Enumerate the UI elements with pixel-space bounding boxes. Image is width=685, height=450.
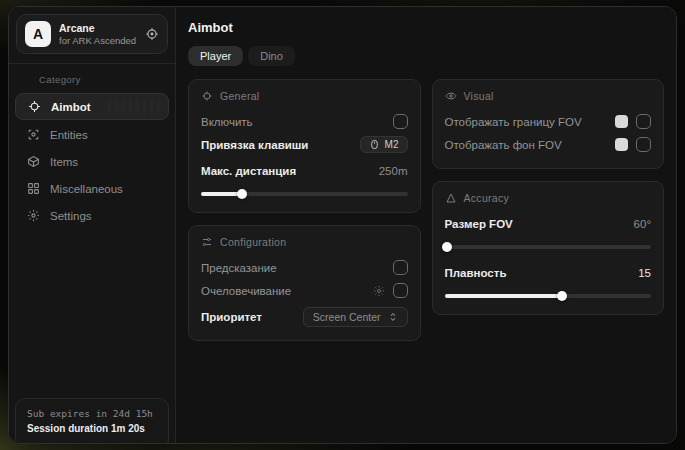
fov-background-color-swatch[interactable]	[615, 138, 628, 151]
general-card-icon	[201, 90, 213, 102]
slider-thumb[interactable]	[442, 242, 452, 252]
grid-icon	[27, 182, 41, 195]
configuration-card: Configuration Предсказание Очеловечивани…	[188, 225, 421, 341]
general-card: General Включить Привязка клавиши	[188, 79, 421, 213]
fov-border-color-swatch[interactable]	[615, 115, 628, 128]
accuracy-card-title: Accuracy	[464, 192, 510, 204]
tab-dino[interactable]: Dino	[248, 46, 295, 66]
sidebar-item-aimbot[interactable]: Aimbot	[15, 93, 169, 120]
configuration-card-title: Configuration	[220, 236, 286, 248]
app-logo: A	[25, 21, 51, 47]
sidebar-item-miscellaneous[interactable]: Miscellaneous	[15, 176, 169, 201]
priority-value: Screen Center	[313, 311, 381, 323]
fov-border-checkbox[interactable]	[636, 114, 651, 129]
category-label: Category	[9, 72, 175, 93]
sidebar-divider	[9, 63, 175, 64]
smoothness-value: 15	[638, 267, 651, 279]
sidebar-item-label: Miscellaneous	[50, 183, 123, 195]
fov-background-label: Отображать фон FOV	[445, 139, 562, 151]
sidebar-item-settings[interactable]: Settings	[15, 203, 169, 228]
humanize-settings-gear-icon[interactable]	[373, 285, 385, 297]
prediction-label: Предсказание	[201, 262, 277, 274]
keybind-value: M2	[385, 139, 399, 150]
mouse-icon	[369, 139, 380, 150]
page-title: Aimbot	[188, 20, 664, 35]
fov-size-value: 60°	[634, 218, 651, 230]
smoothness-slider[interactable]	[445, 290, 652, 302]
cheat-menu-window: A Arcane for ARK Ascended Category	[8, 6, 677, 444]
accuracy-card-icon	[445, 192, 457, 204]
sidebar: A Arcane for ARK Ascended Category	[9, 7, 176, 443]
crosshair-icon	[28, 100, 42, 113]
main-content: Aimbot Player Dino General	[176, 7, 676, 443]
sidebar-nav: Aimbot Entities Items	[9, 93, 175, 228]
max-distance-slider[interactable]	[201, 188, 408, 200]
slider-thumb[interactable]	[237, 189, 247, 199]
configuration-card-icon	[201, 236, 213, 248]
enable-checkbox[interactable]	[393, 114, 408, 129]
tab-player[interactable]: Player	[188, 46, 243, 66]
sidebar-item-label: Aimbot	[51, 101, 91, 113]
visual-card-icon	[445, 90, 457, 102]
priority-label: Приоритет	[201, 311, 262, 323]
app-name: Arcane	[59, 22, 137, 35]
humanize-checkbox[interactable]	[393, 283, 408, 298]
gear-icon	[27, 209, 41, 222]
ghost-watermark	[108, 99, 160, 114]
fov-size-label: Размер FOV	[445, 218, 513, 230]
fov-size-slider[interactable]	[445, 241, 652, 253]
humanize-label: Очеловечивание	[201, 285, 291, 297]
enable-label: Включить	[201, 116, 253, 128]
keybind-label: Привязка клавиши	[201, 139, 308, 151]
sidebar-item-label: Entities	[50, 129, 88, 141]
session-duration-text: Session duration 1m 20s	[27, 421, 157, 436]
sidebar-item-entities[interactable]: Entities	[15, 122, 169, 147]
sub-expires-text: Sub expires in 24d 15h	[27, 407, 157, 421]
priority-dropdown[interactable]: Screen Center	[303, 307, 408, 327]
tab-bar: Player Dino	[188, 46, 664, 66]
sidebar-item-items[interactable]: Items	[15, 149, 169, 174]
prediction-checkbox[interactable]	[393, 260, 408, 275]
fov-border-label: Отображать границу FOV	[445, 116, 582, 128]
smoothness-label: Плавность	[445, 267, 507, 279]
chevron-up-down-icon	[388, 312, 398, 322]
sidebar-item-label: Settings	[50, 210, 92, 222]
slider-thumb[interactable]	[557, 291, 567, 301]
box-icon	[27, 155, 41, 168]
subscription-info: Sub expires in 24d 15h Session duration …	[15, 398, 169, 444]
visual-card-title: Visual	[464, 90, 494, 102]
sidebar-item-label: Items	[50, 156, 78, 168]
keybind-button[interactable]: M2	[360, 136, 408, 153]
general-card-title: General	[220, 90, 259, 102]
scan-icon	[27, 128, 41, 141]
fov-background-checkbox[interactable]	[636, 137, 651, 152]
app-subtitle: for ARK Ascended	[59, 35, 137, 46]
brand-card: A Arcane for ARK Ascended	[16, 14, 168, 54]
target-icon[interactable]	[145, 27, 159, 41]
max-distance-label: Макс. дистанция	[201, 165, 296, 177]
max-distance-value: 250m	[379, 165, 408, 177]
accuracy-card: Accuracy Размер FOV 60°	[432, 181, 665, 315]
visual-card: Visual Отображать границу FOV Отображать…	[432, 79, 665, 169]
brand-text: Arcane for ARK Ascended	[59, 22, 137, 46]
